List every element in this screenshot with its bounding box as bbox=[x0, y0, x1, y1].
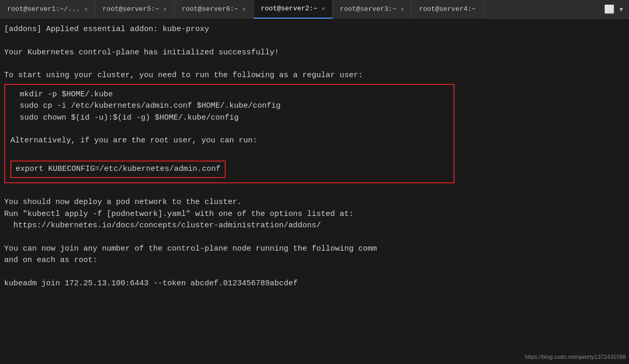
watermark: https://blog.csdn.net/qwerty1372431588 bbox=[525, 353, 626, 361]
line-deploy: You should now deploy a pod network to t… bbox=[4, 197, 625, 209]
menu-icon[interactable]: ▾ bbox=[619, 4, 624, 14]
code-line-mkdir: mkdir -p $HOME/.kube bbox=[10, 89, 448, 101]
code-empty bbox=[10, 124, 448, 135]
tab-label: root@server6:~ bbox=[182, 5, 238, 13]
code-line-cp: sudo cp -i /etc/kubernetes/admin.conf $H… bbox=[10, 100, 448, 112]
line-empty2 bbox=[4, 59, 625, 70]
tab-label: root@server5:~ bbox=[103, 5, 159, 13]
line-empty5 bbox=[4, 267, 625, 278]
tab-label: root@server3:~ bbox=[340, 5, 397, 13]
line-empty3 bbox=[4, 185, 625, 197]
code-block: mkdir -p $HOME/.kube sudo cp -i /etc/kub… bbox=[4, 84, 455, 184]
tab-server1[interactable]: root@server1:~/... ✕ bbox=[0, 0, 95, 19]
line-kubeadm: kubeadm join 172.25.13.100:6443 --token … bbox=[4, 278, 625, 290]
line-addons: [addons] Applied essential addon: kube-p… bbox=[4, 24, 625, 36]
tab-server3[interactable]: root@server3:~ ✕ bbox=[333, 0, 412, 19]
line-empty1 bbox=[4, 36, 625, 47]
line-join-any: You can now join any number of the contr… bbox=[4, 243, 625, 255]
line-and-on-each: and on each as root: bbox=[4, 255, 625, 267]
tab-close-server3[interactable]: ✕ bbox=[401, 6, 404, 12]
terminal-content: [addons] Applied essential addon: kube-p… bbox=[4, 24, 625, 289]
tab-bar-right: ⬜ ▾ bbox=[604, 4, 629, 14]
tab-bar: root@server1:~/... ✕ root@server5:~ ✕ ro… bbox=[0, 0, 629, 19]
tab-server5[interactable]: root@server5:~ ✕ bbox=[95, 0, 174, 19]
line-initialized: Your Kubernetes control-plane has initia… bbox=[4, 47, 625, 59]
tab-server6[interactable]: root@server6:~ ✕ bbox=[174, 0, 254, 19]
line-export: export KUBECONFIG=/etc/kubernetes/admin.… bbox=[16, 164, 221, 176]
code-empty2 bbox=[10, 147, 448, 158]
tab-close-server1[interactable]: ✕ bbox=[84, 6, 87, 12]
tab-server2[interactable]: root@server2:~ ✕ bbox=[254, 0, 333, 19]
line-empty4 bbox=[4, 232, 625, 243]
code-line-chown: sudo chown $(id -u):$(id -g) $HOME/.kube… bbox=[10, 112, 448, 124]
new-tab-icon[interactable]: ⬜ bbox=[604, 4, 615, 14]
tab-server4[interactable]: root@server4:~ bbox=[412, 0, 484, 19]
line-kubectl: Run "kubectl apply -f [podnetwork].yaml"… bbox=[4, 209, 625, 221]
line-url: https://kubernetes.io/docs/concepts/clus… bbox=[4, 220, 625, 232]
export-block: export KUBECONFIG=/etc/kubernetes/admin.… bbox=[10, 161, 226, 179]
line-to-start: To start using your cluster, you need to… bbox=[4, 70, 625, 82]
tab-close-server5[interactable]: ✕ bbox=[163, 6, 167, 12]
tab-close-server2[interactable]: ✕ bbox=[321, 5, 325, 12]
tab-label: root@server2:~ bbox=[261, 5, 317, 12]
line-alternatively: Alternatively, if you are the root user,… bbox=[10, 135, 448, 147]
terminal[interactable]: [addons] Applied essential addon: kube-p… bbox=[0, 19, 629, 364]
tab-close-server6[interactable]: ✕ bbox=[242, 6, 246, 12]
tab-label: root@server1:~/... bbox=[7, 5, 80, 13]
tab-label: root@server4:~ bbox=[419, 5, 475, 13]
